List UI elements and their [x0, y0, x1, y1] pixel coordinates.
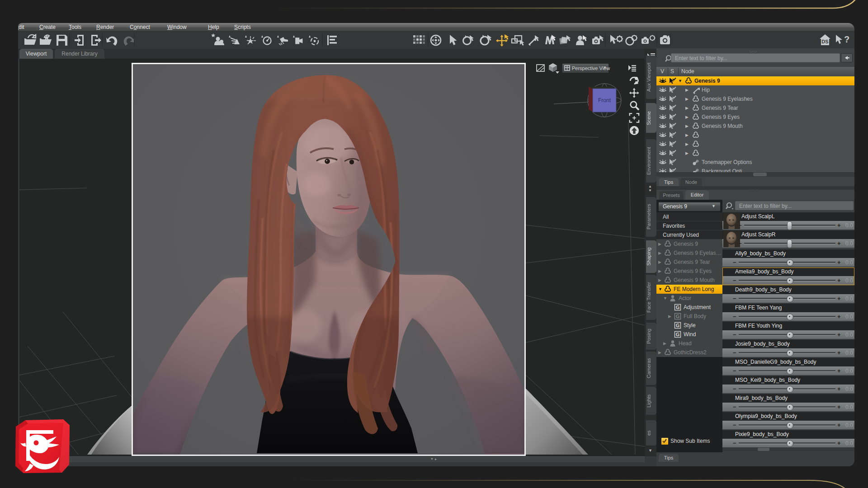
svg-text:Front: Front: [598, 97, 611, 103]
svg-text:?: ?: [844, 34, 849, 44]
svg-text:DS: DS: [821, 39, 828, 44]
